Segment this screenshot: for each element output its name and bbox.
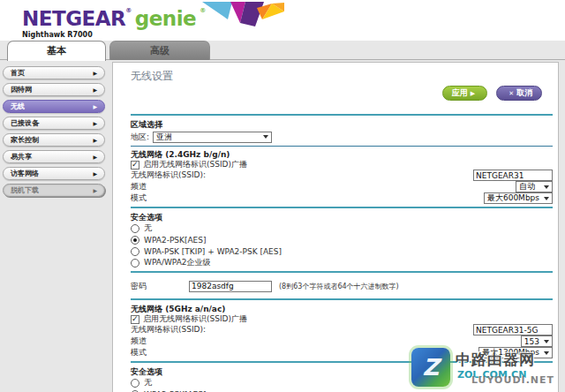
- mode-label: 模式: [131, 192, 484, 204]
- mode-select[interactable]: 最大600Mbps: [484, 192, 553, 204]
- radio-label: WPA/WPA2企业级: [144, 257, 211, 268]
- chevron-down-icon: [263, 135, 268, 139]
- chevron-right-icon: ▶: [93, 154, 97, 160]
- zol-logo-icon: Z: [411, 348, 450, 387]
- zol-logo-letter: Z: [423, 354, 440, 381]
- region-select[interactable]: 亚洲: [153, 132, 272, 143]
- brand-registered-mark: ®: [125, 7, 132, 14]
- password-label: 密码: [131, 281, 189, 292]
- app-header: NETGEAR®genie® Nighthawk R7000: [0, 0, 565, 41]
- play-icon: ▶: [471, 90, 475, 97]
- apply-button[interactable]: 应用 ▶: [442, 86, 487, 101]
- sidebar-item-readyshare[interactable]: 易共享 ▶: [3, 150, 105, 163]
- region-row: 地区: 亚洲: [131, 130, 553, 144]
- band24-mode-row: 模式 最大600Mbps: [131, 192, 553, 204]
- ssid-broadcast-checkbox[interactable]: [131, 161, 139, 170]
- channel-selected-value: 自动: [519, 181, 535, 192]
- sidebar-item-label: 家长控制: [11, 135, 39, 145]
- sidebar-item-offline-download[interactable]: 脱机下载 ▶: [3, 184, 105, 197]
- radio-label: 无: [144, 222, 152, 234]
- band5-broadcast-row: 启用无线网络标识(SSID)广播: [131, 314, 553, 324]
- sidebar-item-label: 无线: [11, 102, 25, 111]
- region-selected-value: 亚洲: [156, 132, 172, 143]
- chevron-right-icon: ▶: [93, 137, 97, 143]
- sidebar-item-label: 已接设备: [11, 118, 39, 128]
- security24-option-mixed: WPA-PSK [TKIP] + WPA2-PSK [AES]: [131, 245, 553, 257]
- product-name: genie: [135, 7, 196, 30]
- chevron-right-icon: ▶: [93, 103, 97, 109]
- security24-option-wpa2psk: WPA2-PSK[AES]: [131, 234, 553, 245]
- region-label: 地区:: [131, 132, 149, 143]
- section-divider: [131, 207, 553, 208]
- router-model-label: Nighthawk R7000: [22, 31, 93, 39]
- chevron-right-icon: ▶: [93, 120, 97, 126]
- apply-button-label: 应用: [452, 87, 468, 99]
- channel-label: 频道: [131, 181, 516, 192]
- sidebar-item-wireless[interactable]: 无线 ▶: [3, 100, 105, 113]
- ssid-label: 无线网络标识(SSID):: [131, 324, 473, 335]
- sidebar-item-internet[interactable]: 因特网 ▶: [3, 83, 105, 96]
- chevron-down-icon: [544, 185, 549, 189]
- chevron-right-icon: ▶: [93, 170, 97, 177]
- radio-button[interactable]: [131, 379, 139, 388]
- watermark-site-name: 中路由器网: [456, 350, 535, 370]
- chevron-right-icon: ▶: [93, 70, 97, 76]
- ssid-broadcast-checkbox[interactable]: [131, 315, 139, 324]
- radio-button[interactable]: [131, 224, 139, 233]
- band5-ssid-row: 无线网络标识(SSID):: [131, 324, 553, 335]
- page-title: 无线设置: [131, 69, 173, 84]
- password-input[interactable]: [189, 281, 272, 292]
- security24-option-enterprise: WPA/WPA2企业级: [131, 257, 553, 268]
- radio-button[interactable]: [131, 247, 139, 256]
- channel-select[interactable]: 自动: [516, 181, 553, 192]
- sidebar-item-label: 首页: [11, 68, 25, 78]
- radio-button-selected[interactable]: [131, 236, 139, 245]
- sidebar-item-home[interactable]: 首页 ▶: [3, 66, 105, 79]
- ssid-label: 无线网络标识(SSID):: [131, 170, 473, 181]
- section-divider: [131, 146, 553, 147]
- sidebar-item-guest-network[interactable]: 访客网络 ▶: [3, 167, 105, 180]
- sidebar-item-label: 因特网: [11, 85, 32, 94]
- cancel-button-label: 取消: [516, 87, 532, 99]
- sidebar-item-attached-devices[interactable]: 已接设备 ▶: [3, 117, 105, 130]
- tab-basic[interactable]: 基本: [7, 41, 106, 61]
- cancel-button[interactable]: ✕ 取消: [496, 86, 542, 101]
- ssid-5g-input[interactable]: [473, 324, 553, 335]
- band24-broadcast-row: 启用无线网络标识(SSID)广播: [131, 160, 553, 170]
- band24-ssid-row: 无线网络标识(SSID):: [131, 170, 553, 181]
- x-icon: ✕: [508, 90, 514, 97]
- radio-label: WPA2-PSK[AES]: [144, 236, 207, 245]
- chevron-right-icon: ▶: [93, 187, 97, 193]
- password-row: 密码 (8到63个字符或者64个十六进制数字): [131, 276, 553, 296]
- section-divider: [131, 298, 553, 300]
- band24-channel-row: 频道 自动: [131, 181, 553, 192]
- sidebar-item-label: 访客网络: [11, 169, 39, 178]
- radio-label: WPA-PSK [TKIP] + WPA2-PSK [AES]: [144, 247, 282, 256]
- sidebar-item-label: 脱机下载: [11, 185, 39, 195]
- sidebar-item-parental-controls[interactable]: 家长控制 ▶: [3, 133, 105, 147]
- sidebar-nav: 首页 ▶ 因特网 ▶ 无线 ▶ 已接设备 ▶ 家长控制 ▶ 易共享 ▶ 访客网络…: [3, 66, 105, 200]
- region-section-heading: 区域选择: [131, 119, 553, 130]
- chevron-right-icon: ▶: [93, 87, 97, 93]
- security24-option-none: 无: [131, 222, 553, 234]
- security24-heading: 安全选项: [131, 212, 553, 222]
- action-buttons: 应用 ▶ ✕ 取消: [442, 86, 542, 101]
- chevron-down-icon: [544, 197, 549, 200]
- ssid-input[interactable]: [473, 170, 553, 181]
- radio-button[interactable]: [131, 259, 139, 268]
- password-hint: (8到63个字符或者64个十六进制数字): [279, 282, 399, 291]
- netgear-genie-logo: NETGEAR®genie®: [22, 7, 206, 30]
- brand-name: NETGEAR: [22, 7, 125, 30]
- main-tab-bar: 基本 高级: [0, 41, 565, 60]
- watermark-luyoudi-domain: LUYOUDI.NET: [471, 374, 554, 386]
- sidebar-item-label: 易共享: [11, 152, 32, 162]
- radio-label: 无: [144, 377, 152, 388]
- site-watermark: Z 中路由器网 ZOL.COM.CN LUYOUDI.NET: [411, 343, 563, 392]
- tab-advanced[interactable]: 高级: [109, 41, 210, 60]
- section-divider: [131, 114, 553, 116]
- genie-ribbon-graphic: [199, 0, 296, 34]
- router-admin-page: NETGEAR®genie® Nighthawk R7000 基本 高级 首页 …: [0, 0, 565, 392]
- mode-selected-value: 最大600Mbps: [487, 192, 539, 204]
- section-divider: [131, 271, 553, 273]
